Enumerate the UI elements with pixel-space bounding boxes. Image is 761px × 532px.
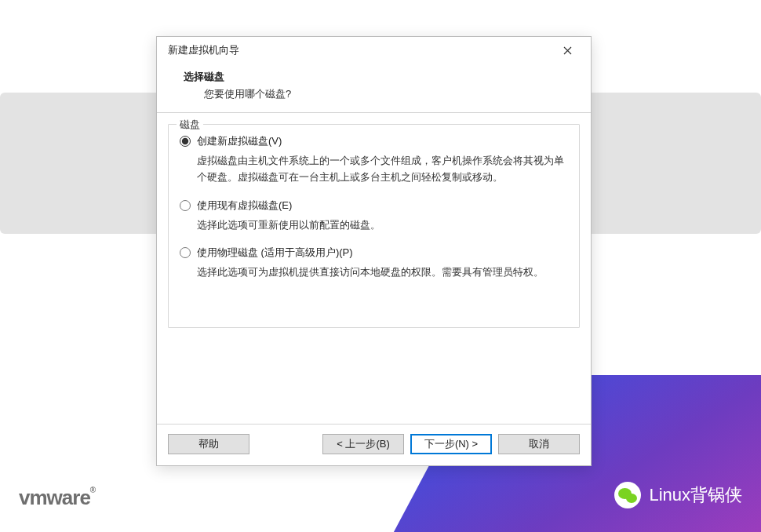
cancel-button[interactable]: 取消 (498, 434, 580, 454)
page-subheading: 您要使用哪个磁盘? (176, 87, 572, 101)
back-button[interactable]: < 上一步(B) (322, 434, 404, 454)
next-button[interactable]: 下一步(N) > (410, 434, 492, 454)
help-button[interactable]: 帮助 (168, 434, 249, 454)
option-label: 使用现有虚拟磁盘(E) (197, 199, 292, 213)
dialog-title: 新建虚拟机向导 (168, 43, 239, 57)
wechat-badge: Linux背锅侠 (614, 482, 742, 508)
vmware-logo: vmware® (19, 486, 95, 510)
disk-fieldset: 磁盘 创建新虚拟磁盘(V) 虚拟磁盘由主机文件系统上的一个或多个文件组成，客户机… (168, 124, 580, 328)
wechat-icon (614, 482, 641, 508)
option-physical-disk[interactable]: 使用物理磁盘 (适用于高级用户)(P) 选择此选项可为虚拟机提供直接访问本地硬盘… (180, 246, 568, 281)
fieldset-legend: 磁盘 (177, 118, 203, 132)
radio-existing-disk[interactable] (180, 200, 191, 211)
option-description: 选择此选项可为虚拟机提供直接访问本地硬盘的权限。需要具有管理员特权。 (197, 264, 568, 281)
option-description: 虚拟磁盘由主机文件系统上的一个或多个文件组成，客户机操作系统会将其视为单个硬盘。… (197, 153, 568, 186)
wechat-text: Linux背锅侠 (649, 483, 742, 507)
dialog-header: 选择磁盘 您要使用哪个磁盘? (157, 64, 591, 113)
radio-physical-disk[interactable] (180, 247, 191, 258)
dialog-body: 磁盘 创建新虚拟磁盘(V) 虚拟磁盘由主机文件系统上的一个或多个文件组成，客户机… (157, 113, 591, 424)
close-icon (563, 46, 572, 55)
option-existing-disk[interactable]: 使用现有虚拟磁盘(E) 选择此选项可重新使用以前配置的磁盘。 (180, 199, 568, 234)
button-bar: 帮助 < 上一步(B) 下一步(N) > 取消 (157, 424, 591, 465)
option-create-new-disk[interactable]: 创建新虚拟磁盘(V) 虚拟磁盘由主机文件系统上的一个或多个文件组成，客户机操作系… (180, 134, 568, 186)
wizard-dialog: 新建虚拟机向导 选择磁盘 您要使用哪个磁盘? 磁盘 创建新虚拟磁盘(V) 虚拟磁… (156, 36, 592, 466)
titlebar: 新建虚拟机向导 (157, 37, 591, 64)
close-button[interactable] (552, 39, 583, 61)
option-description: 选择此选项可重新使用以前配置的磁盘。 (197, 217, 568, 234)
option-label: 创建新虚拟磁盘(V) (197, 134, 282, 148)
page-heading: 选择磁盘 (176, 70, 572, 84)
option-label: 使用物理磁盘 (适用于高级用户)(P) (197, 246, 353, 260)
radio-create-new-disk[interactable] (180, 136, 191, 147)
